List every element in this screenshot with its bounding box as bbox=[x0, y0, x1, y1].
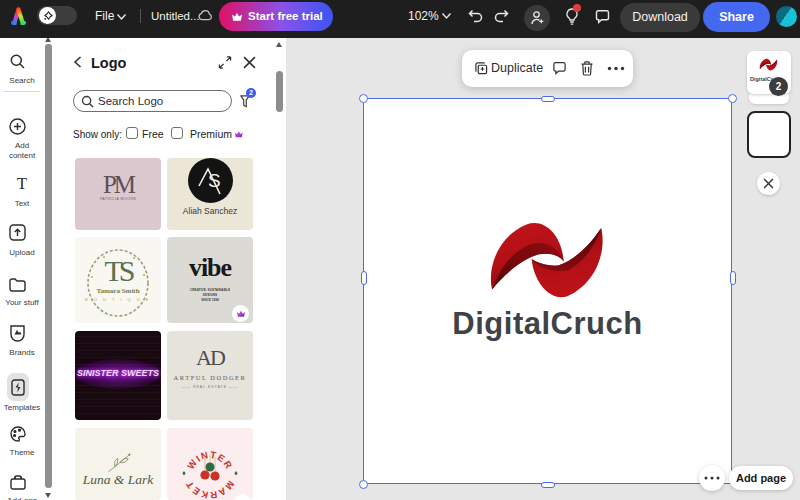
svg-text:TS: TS bbox=[104, 254, 133, 287]
svg-text:MARKET: MARKET bbox=[183, 479, 237, 500]
svg-text:S: S bbox=[208, 170, 221, 191]
